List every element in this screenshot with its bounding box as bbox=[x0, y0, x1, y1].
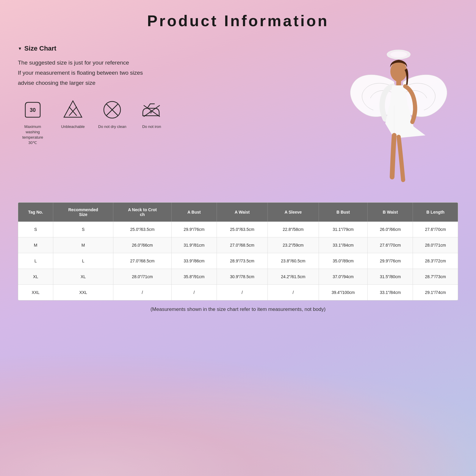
table-cell: 35.0"/89cm bbox=[319, 253, 368, 269]
table-cell: 37.0"/94cm bbox=[319, 269, 368, 285]
care-item-wash: 30 Maximum washing temperature 30℃ bbox=[18, 97, 48, 146]
table-cell: 39.4"/100cm bbox=[319, 285, 368, 300]
col-b-length: B Length bbox=[413, 203, 458, 222]
table-row: MM26.0"/66cm31.9"/81cm27.0"/68.5cm23.2"/… bbox=[18, 237, 458, 253]
table-cell: 29.1"/74cm bbox=[413, 285, 458, 300]
top-section: ▼ Size Chart The suggested size is just … bbox=[18, 45, 458, 193]
table-cell: 22.8"/58cm bbox=[268, 222, 319, 237]
table-cell: 28.3"/72cm bbox=[413, 253, 458, 269]
table-cell: 26.0"/66cm bbox=[113, 237, 172, 253]
table-cell: 24.2"/61.5cm bbox=[268, 269, 319, 285]
table-cell: XXL bbox=[18, 285, 53, 300]
table-cell: L bbox=[18, 253, 53, 269]
table-cell: / bbox=[268, 285, 319, 300]
dry-clean-icon-wrap bbox=[99, 97, 126, 121]
size-table: Tag No. RecommendedSize A Neck to Crotch… bbox=[18, 203, 458, 300]
table-cell: 25.0"/63.5cm bbox=[113, 222, 172, 237]
table-cell: S bbox=[53, 222, 113, 237]
table-cell: S bbox=[18, 222, 53, 237]
table-row: XLXL28.0"/71cm35.8"/91cm30.9"/78.5cm24.2… bbox=[18, 269, 458, 285]
table-cell: 27.0"/68.5cm bbox=[217, 237, 267, 253]
care-item-bleach: Unbleachable bbox=[60, 97, 86, 129]
table-row: SS25.0"/63.5cm29.9"/76cm25.0"/63.5cm22.8… bbox=[18, 222, 458, 237]
table-cell: 31.1"/79cm bbox=[319, 222, 368, 237]
table-cell: 28.7"/73cm bbox=[413, 269, 458, 285]
left-info: ▼ Size Chart The suggested size is just … bbox=[18, 45, 220, 145]
wash-label: Maximum washing temperature 30℃ bbox=[18, 124, 48, 146]
size-chart-heading: ▼ Size Chart bbox=[18, 45, 220, 52]
bleach-label: Unbleachable bbox=[61, 124, 85, 129]
table-cell: 27.0"/68.5cm bbox=[113, 253, 172, 269]
table-row: XXLXXL////39.4"/100cm33.1"/84cm29.1"/74c… bbox=[18, 285, 458, 300]
table-cell: L bbox=[53, 253, 113, 269]
model-placeholder bbox=[333, 45, 458, 193]
no-dry-clean-icon bbox=[102, 99, 123, 119]
table-cell: 28.0"/71cm bbox=[113, 269, 172, 285]
wash-icon-wrap: 30 bbox=[19, 97, 46, 121]
table-cell: 31.9"/81cm bbox=[171, 237, 217, 253]
care-item-dry-clean: Do not dry clean bbox=[98, 97, 126, 129]
care-item-iron: Do not iron bbox=[138, 97, 165, 129]
table-cell: 30.9"/78.5cm bbox=[217, 269, 267, 285]
table-body: SS25.0"/63.5cm29.9"/76cm25.0"/63.5cm22.8… bbox=[18, 222, 458, 300]
col-tag-no: Tag No. bbox=[18, 203, 53, 222]
model-image bbox=[333, 45, 458, 193]
table-cell: 33.1"/84cm bbox=[368, 285, 413, 300]
table-cell: 29.9"/76cm bbox=[368, 253, 413, 269]
col-recommended-size: RecommendedSize bbox=[53, 203, 113, 222]
table-cell: 33.9"/86cm bbox=[171, 253, 217, 269]
no-bleach-icon bbox=[62, 99, 83, 119]
size-table-container: Tag No. RecommendedSize A Neck to Crotch… bbox=[18, 202, 458, 300]
table-cell: XXL bbox=[53, 285, 113, 300]
table-cell: 28.9"/73.5cm bbox=[217, 253, 267, 269]
background-texture bbox=[0, 351, 476, 476]
table-cell: / bbox=[217, 285, 267, 300]
footer-note: (Measurements shown in the size chart re… bbox=[18, 306, 458, 318]
col-a-sleeve: A Sleeve bbox=[268, 203, 319, 222]
table-cell: 29.9"/76cm bbox=[171, 222, 217, 237]
table-cell: 23.2"/59cm bbox=[268, 237, 319, 253]
wash-icon: 30 bbox=[22, 99, 43, 119]
table-cell: 33.1"/84cm bbox=[319, 237, 368, 253]
table-cell: 23.8"/60.5cm bbox=[268, 253, 319, 269]
svg-point-10 bbox=[390, 51, 407, 57]
angel-figure-svg bbox=[339, 46, 452, 192]
col-b-bust: B Bust bbox=[319, 203, 368, 222]
svg-point-11 bbox=[390, 61, 407, 82]
care-icons: 30 Maximum washing temperature 30℃ bbox=[18, 97, 220, 146]
table-cell: XL bbox=[53, 269, 113, 285]
table-cell: 35.8"/91cm bbox=[171, 269, 217, 285]
iron-label: Do not iron bbox=[142, 124, 161, 129]
bleach-icon-wrap bbox=[60, 97, 86, 121]
table-cell: M bbox=[53, 237, 113, 253]
table-cell: 31.5"/80cm bbox=[368, 269, 413, 285]
table-cell: 28.0"/71cm bbox=[413, 237, 458, 253]
svg-text:30: 30 bbox=[30, 107, 36, 113]
table-cell: 27.6"/70cm bbox=[368, 237, 413, 253]
table-cell: / bbox=[113, 285, 172, 300]
iron-icon-wrap bbox=[138, 97, 165, 121]
col-b-waist: B Waist bbox=[368, 203, 413, 222]
no-iron-icon bbox=[141, 99, 162, 119]
col-a-bust: A Bust bbox=[171, 203, 217, 222]
col-a-neck-crotch: A Neck to Crotch bbox=[113, 203, 172, 222]
table-cell: XL bbox=[18, 269, 53, 285]
table-cell: 25.0"/63.5cm bbox=[217, 222, 267, 237]
table-cell: 27.6"/70cm bbox=[413, 222, 458, 237]
table-cell: 26.0"/66cm bbox=[368, 222, 413, 237]
size-chart-description: The suggested size is just for your refe… bbox=[18, 58, 220, 88]
triangle-icon: ▼ bbox=[18, 46, 22, 51]
col-a-waist: A Waist bbox=[217, 203, 267, 222]
table-cell: / bbox=[171, 285, 217, 300]
table-cell: M bbox=[18, 237, 53, 253]
table-header-row: Tag No. RecommendedSize A Neck to Crotch… bbox=[18, 203, 458, 222]
dry-clean-label: Do not dry clean bbox=[98, 124, 126, 129]
page-title: Product Information bbox=[18, 12, 458, 30]
table-row: LL27.0"/68.5cm33.9"/86cm28.9"/73.5cm23.8… bbox=[18, 253, 458, 269]
